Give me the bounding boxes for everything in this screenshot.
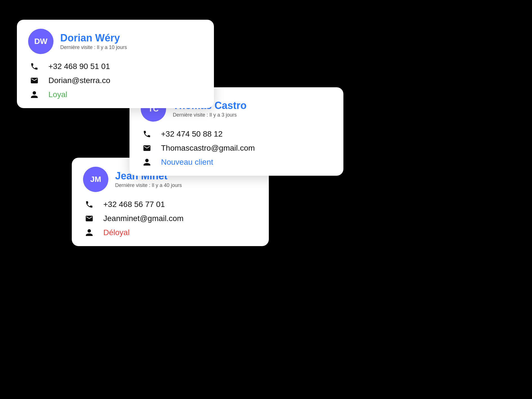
status-row-jean: Déloyal <box>83 228 258 237</box>
email-value-thomas: Thomascastro@gmail.com <box>161 144 255 153</box>
status-value-thomas: Nouveau client <box>161 158 213 167</box>
email-icon-jean <box>83 214 95 223</box>
email-value-dorian: Dorian@sterra.co <box>48 76 110 85</box>
person-icon-dorian <box>28 90 41 99</box>
phone-value-dorian: +32 468 90 51 01 <box>48 62 110 71</box>
email-row-jean: Jeanminet@gmail.com <box>83 214 258 223</box>
last-visit-thomas: Dernière visite : Il y a 3 jours <box>173 112 247 118</box>
phone-row-jean: +32 468 56 77 01 <box>83 200 258 209</box>
status-value-jean: Déloyal <box>103 228 129 237</box>
email-row-dorian: Dorian@sterra.co <box>28 76 203 85</box>
card-header-dorian: DW Dorian Wéry Dernière visite : Il y a … <box>28 29 203 54</box>
last-visit-dorian: Dernière visite : Il y a 10 jours <box>60 44 127 50</box>
email-icon-thomas <box>141 144 153 152</box>
person-icon-jean <box>83 228 95 237</box>
email-row-thomas: Thomascastro@gmail.com <box>141 144 332 153</box>
name-dorian: Dorian Wéry <box>60 32 127 44</box>
phone-value-thomas: +32 474 50 88 12 <box>161 130 223 139</box>
last-visit-jean: Dernière visite : Il y a 40 jours <box>115 182 182 188</box>
avatar-jean: JM <box>83 167 108 192</box>
email-value-jean: Jeanminet@gmail.com <box>103 214 184 223</box>
avatar-dorian: DW <box>28 29 53 54</box>
card-dorian[interactable]: DW Dorian Wéry Dernière visite : Il y a … <box>17 20 214 108</box>
phone-row-thomas: +32 474 50 88 12 <box>141 130 332 139</box>
status-row-dorian: Loyal <box>28 90 203 99</box>
status-row-thomas: Nouveau client <box>141 158 332 167</box>
phone-icon-thomas <box>141 130 153 138</box>
header-text-dorian: Dorian Wéry Dernière visite : Il y a 10 … <box>60 32 127 51</box>
phone-row-dorian: +32 468 90 51 01 <box>28 62 203 71</box>
status-value-dorian: Loyal <box>48 90 67 99</box>
person-icon-thomas <box>141 158 153 166</box>
phone-value-jean: +32 468 56 77 01 <box>103 200 165 209</box>
email-icon-dorian <box>28 76 41 85</box>
phone-icon-dorian <box>28 62 41 71</box>
phone-icon-jean <box>83 200 95 209</box>
